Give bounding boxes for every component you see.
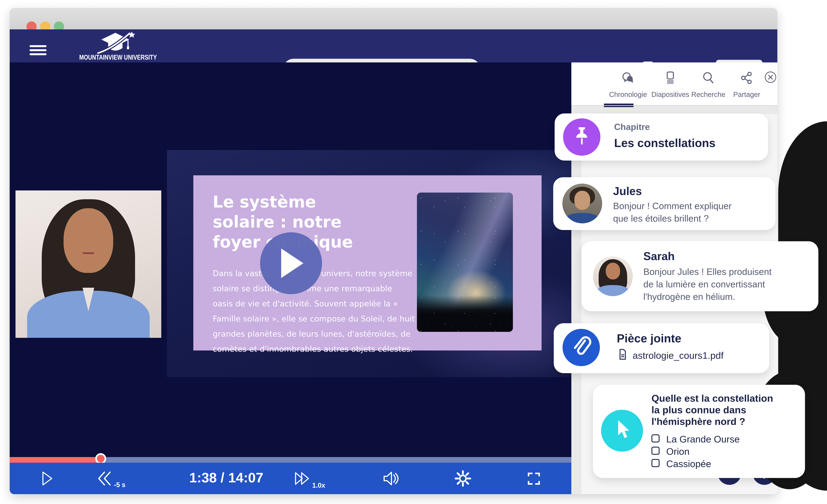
pushpin-icon [570, 125, 593, 148]
author-name: Sarah [643, 250, 675, 263]
progress-handle[interactable] [95, 453, 106, 464]
sidebar-tab-strip: Chronologie Diapositives Recherch [571, 62, 777, 105]
app-screenshot: MOUNTAINVIEW UNIVERSITY Ajouter du conte… [0, 0, 827, 504]
logo-text: MOUNTAINVIEW UNIVERSITY [79, 54, 151, 61]
message-text: Bonjour ! Comment expliquer que les étoi… [613, 200, 732, 225]
timeline-card-chapter[interactable]: Chapitre Les constellations [554, 113, 768, 161]
quiz-option-checkbox[interactable] [651, 434, 660, 442]
graduation-cap-icon [94, 31, 137, 54]
quiz-badge [601, 410, 643, 452]
rewind-5s-button[interactable] [96, 470, 113, 487]
search-tab-icon [701, 71, 715, 85]
quiz-option-checkbox[interactable] [651, 459, 660, 467]
chapter-label: Chapitre [614, 122, 650, 132]
cursor-icon [610, 418, 635, 443]
attachment-badge [563, 329, 600, 366]
window-titlebar [10, 8, 777, 30]
timeline-card-attachment[interactable]: Pièce jointe astrologie_cours1.pdf [554, 323, 769, 373]
settings-gear-button[interactable] [454, 469, 472, 488]
time-display: 1:38 / 14:07 [189, 470, 263, 486]
fullscreen-button[interactable] [526, 470, 542, 487]
quiz-option-checkbox[interactable] [651, 447, 660, 455]
attachment-label: Pièce jointe [617, 332, 681, 345]
chat-bubbles-icon [621, 71, 635, 85]
close-icon[interactable] [764, 71, 777, 83]
play-overlay-button[interactable] [260, 232, 322, 294]
avatar-sarah [593, 257, 633, 296]
player-controls: -5 s 1:38 / 14:07 1.0x [10, 463, 571, 494]
play-icon [279, 247, 305, 279]
presenter-webcam-video [15, 190, 161, 338]
tab-partager[interactable]: Partager [727, 68, 766, 103]
document-icon [617, 348, 628, 360]
app-header: MOUNTAINVIEW UNIVERSITY Ajouter du conte… [10, 30, 777, 62]
chapter-badge [563, 118, 600, 156]
menu-hamburger-button[interactable] [30, 45, 46, 55]
tab-recherche[interactable]: Recherche [689, 68, 728, 103]
tab-divider [571, 105, 777, 106]
speed-button[interactable] [293, 470, 311, 487]
timeline-card-quiz[interactable]: Quelle est la constellation la plus conn… [593, 385, 805, 478]
progress-fill [10, 457, 101, 463]
author-name: Jules [613, 185, 642, 198]
paperclip-icon [570, 336, 593, 359]
attachment-filename[interactable]: astrologie_cours1.pdf [633, 350, 724, 361]
play-button[interactable] [38, 470, 55, 487]
volume-button[interactable] [381, 469, 399, 488]
timeline-card-message-jules[interactable]: Jules Bonjour ! Comment expliquer que le… [553, 177, 775, 230]
slide-panel: Le système solaire : notre foyer cosmiqu… [193, 175, 542, 350]
tab-chronologie[interactable]: Chronologie [609, 68, 647, 103]
timeline-card-message-sarah[interactable]: Sarah Bonjour Jules ! Elles produisent d… [581, 241, 818, 311]
tab-diapositives[interactable]: Diapositives [651, 68, 690, 103]
slides-icon [663, 71, 677, 85]
milky-way-photo [417, 192, 513, 332]
rewind-label: -5 s [114, 481, 126, 489]
university-logo: MOUNTAINVIEW UNIVERSITY [71, 31, 159, 62]
avatar-jules [563, 183, 602, 223]
share-icon [740, 71, 754, 85]
chapter-title: Les constellations [614, 136, 716, 150]
video-player[interactable]: Le système solaire : notre foyer cosmiqu… [10, 62, 571, 494]
progress-bar[interactable] [10, 457, 571, 463]
speed-label: 1.0x [312, 482, 325, 489]
quiz-question: Quelle est la constellation la plus conn… [651, 393, 773, 427]
message-text: Bonjour Jules ! Elles produisent de la l… [643, 266, 772, 303]
